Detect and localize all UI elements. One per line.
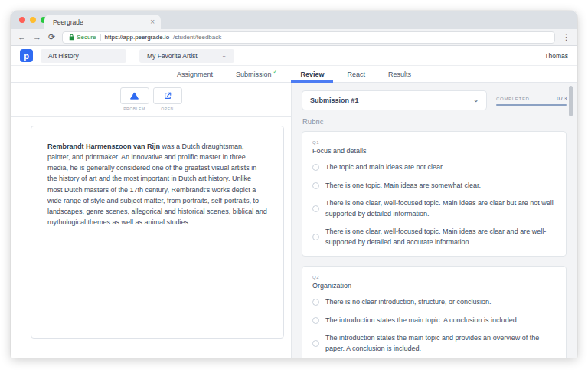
app-tabs: Assignment Submission ✓ Review React Res… [11, 66, 577, 83]
tab-assignment[interactable]: Assignment [177, 66, 213, 82]
rubric-title: Rubric [302, 117, 567, 126]
course-chip[interactable]: Art History [41, 49, 126, 63]
browser-tabstrip: Peergrade × [11, 11, 577, 29]
radio-button[interactable] [312, 340, 319, 347]
review-pane: Submission #1 ⌄ COMPLETED 0 / 3 Rubric Q… [291, 83, 577, 358]
completed-label: COMPLETED [496, 97, 530, 101]
warning-triangle-icon [130, 92, 139, 100]
open-button[interactable] [153, 87, 182, 104]
open-label: OPEN [161, 106, 174, 111]
option-label: The topic and main ideas are not clear. [325, 162, 444, 173]
course-name: Art History [48, 52, 79, 60]
tab-submission[interactable]: Submission ✓ [236, 66, 277, 82]
chevron-down-icon: ⌄ [473, 99, 479, 102]
submission-select-value: Submission #1 [310, 97, 359, 104]
peergrade-logo[interactable]: p [20, 49, 33, 62]
rubric-option[interactable]: There is one topic. Main ideas are somew… [312, 181, 556, 191]
refresh-icon[interactable]: ⟳ [48, 33, 55, 41]
problem-label: PROBLEM [123, 106, 145, 111]
assignment-name: My Favorite Artist [147, 52, 198, 60]
document-body: was a Dutch draughtsman, painter, and pr… [47, 142, 267, 226]
option-label: There is one clear, well-focused topic. … [325, 227, 556, 247]
radio-button[interactable] [312, 164, 319, 171]
rubric-question-card: Q1 Focus and details The topic and main … [302, 131, 567, 257]
external-link-icon [164, 92, 172, 100]
main-content: PROBLEM OPEN Rembrandt Harmenszoon van R… [11, 83, 577, 358]
check-icon: ✓ [273, 69, 278, 75]
tab-results[interactable]: Results [388, 66, 411, 82]
option-label: There is one clear, well-focused topic. … [325, 198, 556, 219]
progress-bar [496, 104, 567, 106]
problem-action: PROBLEM [119, 87, 150, 116]
question-id: Q1 [312, 140, 556, 145]
lock-icon [69, 34, 74, 41]
secure-indicator: Secure [69, 34, 96, 41]
browser-window: Peergrade × ← → ⟳ Secure https://app.pee… [11, 11, 577, 358]
user-menu[interactable]: Thomas [544, 52, 568, 60]
url-domain: https://app.peergrade.io [105, 34, 170, 41]
browser-toolbar: ← → ⟳ Secure https://app.peergrade.io/st… [11, 29, 577, 46]
question-title: Focus and details [312, 147, 556, 155]
window-controls [19, 17, 47, 23]
completed-count: 0 / 3 [557, 96, 567, 101]
tab-react[interactable]: React [347, 66, 365, 82]
secure-label: Secure [77, 34, 96, 41]
forward-icon[interactable]: → [33, 33, 41, 41]
tab-review[interactable]: Review [300, 66, 324, 82]
browser-menu-icon[interactable]: ⋮ [562, 33, 570, 41]
radio-button[interactable] [312, 205, 319, 212]
radio-button[interactable] [312, 182, 319, 189]
rubric-option[interactable]: The introduction states the main topic. … [312, 316, 556, 326]
url-divider [100, 34, 101, 41]
option-label: There is no clear introduction, structur… [325, 297, 492, 308]
browser-tab-title: Peergrade [53, 18, 150, 26]
rubric-option[interactable]: There is no clear introduction, structur… [312, 297, 556, 308]
close-window-button[interactable] [19, 17, 25, 23]
completed-progress: COMPLETED 0 / 3 [496, 96, 567, 106]
assignment-dropdown[interactable]: My Favorite Artist ⌄ [139, 49, 234, 63]
question-id: Q2 [312, 275, 556, 280]
option-label: There is one topic. Main ideas are somew… [325, 181, 481, 191]
radio-button[interactable] [312, 299, 319, 306]
scrollbar-thumb[interactable] [569, 86, 573, 116]
app-navbar: p Art History My Favorite Artist ⌄ Thoma… [11, 46, 577, 66]
open-action: OPEN [152, 87, 183, 116]
option-label: The introduction states the main topic. … [325, 316, 518, 326]
rubric-option[interactable]: The topic and main ideas are not clear. [312, 162, 556, 173]
url-bar[interactable]: Secure https://app.peergrade.io/student/… [62, 31, 555, 44]
rubric-option[interactable]: There is one clear, well-focused topic. … [312, 227, 556, 247]
rubric-question-card: Q2 Organization There is no clear introd… [302, 266, 567, 358]
submission-pane: PROBLEM OPEN Rembrandt Harmenszoon van R… [11, 83, 291, 358]
radio-button[interactable] [312, 317, 319, 324]
chevron-down-icon: ⌄ [221, 54, 227, 57]
url-path: /student/feedback [173, 34, 221, 41]
submission-actions: PROBLEM OPEN [11, 83, 291, 117]
rubric-option[interactable]: There is one clear, well-focused topic. … [312, 198, 556, 219]
submission-document: Rembrandt Harmenszoon van Rijn was a Dut… [31, 126, 284, 339]
document-title: Rembrandt Harmenszoon van Rijn [47, 142, 160, 150]
option-label: The introduction states the main topic a… [325, 333, 556, 354]
review-header: Submission #1 ⌄ COMPLETED 0 / 3 [302, 90, 567, 110]
problem-button[interactable] [120, 87, 149, 104]
tab-close-icon[interactable]: × [150, 18, 155, 26]
submission-select[interactable]: Submission #1 ⌄ [302, 90, 487, 110]
browser-tab[interactable]: Peergrade × [44, 15, 161, 29]
question-title: Organization [312, 282, 556, 290]
minimize-window-button[interactable] [30, 17, 36, 23]
rubric-option[interactable]: The introduction states the main topic a… [312, 333, 556, 354]
radio-button[interactable] [312, 234, 319, 240]
back-icon[interactable]: ← [18, 33, 26, 41]
